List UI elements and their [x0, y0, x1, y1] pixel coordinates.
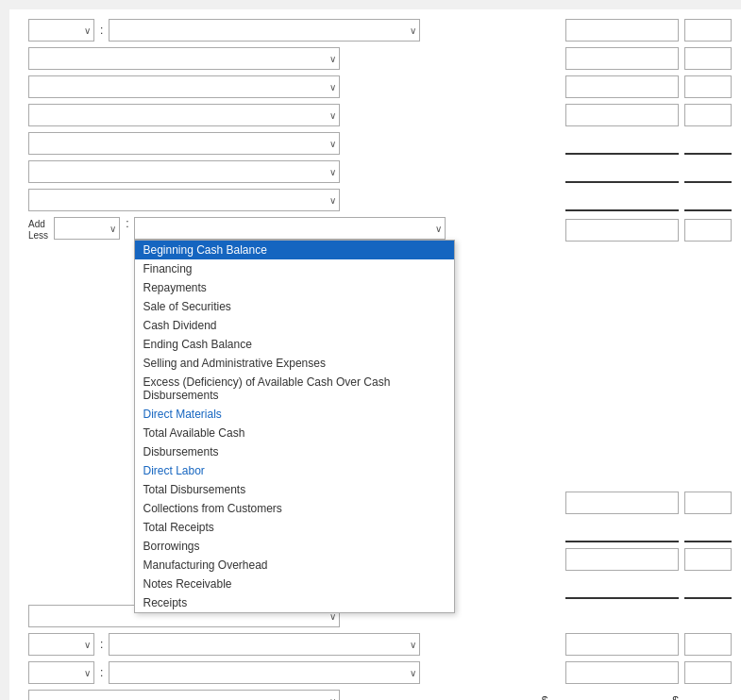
dd-item-disbursements[interactable]: Disbursements	[135, 442, 454, 461]
below-dd-row2-input2[interactable]	[684, 520, 732, 542]
dollar-sign-2: $	[672, 694, 679, 700]
bottom-row2-left-select[interactable]	[28, 633, 94, 656]
below-dd-row2-input1[interactable]	[565, 520, 679, 542]
row2-select[interactable]	[28, 47, 340, 70]
dd-item-excess[interactable]: Excess (Deficiency) of Available Cash Ov…	[135, 373, 454, 405]
row5-input2[interactable]	[684, 132, 732, 155]
row1-right-select[interactable]	[109, 19, 420, 42]
dollar-sign-1: $	[542, 694, 548, 700]
below-dd-row4-input1[interactable]	[565, 576, 679, 599]
dropdown-menu: Beginning Cash Balance Financing Repayme…	[134, 240, 455, 613]
dropdown-left-select[interactable]	[54, 217, 120, 240]
dd-item-total-available[interactable]: Total Available Cash	[135, 424, 454, 442]
dd-item-notes-receivable[interactable]: Notes Receivable	[135, 575, 454, 593]
row7-input1[interactable]	[565, 189, 679, 211]
dd-item-mfg-overhead[interactable]: Manufacturing Overhead	[135, 556, 454, 575]
bottom-row2-input1[interactable]	[565, 633, 679, 656]
row4-input2[interactable]	[684, 104, 732, 126]
dd-item-collections[interactable]: Collections from Customers	[135, 499, 454, 518]
row1-input1[interactable]	[565, 19, 679, 42]
row3-select[interactable]	[28, 75, 340, 98]
less-button[interactable]: Less	[28, 230, 48, 241]
dd-item-direct-labor[interactable]: Direct Labor	[135, 461, 454, 480]
bottom-row3-input2[interactable]	[684, 661, 732, 684]
dropdown-right-select[interactable]	[134, 217, 446, 240]
below-dd-row1-input2[interactable]	[684, 492, 732, 514]
row1-colon: :	[100, 24, 103, 37]
below-dd-row3-input1[interactable]	[565, 548, 679, 571]
dd-item-beginning-cash[interactable]: Beginning Cash Balance	[135, 241, 454, 259]
bottom-row2-right-select[interactable]	[109, 633, 420, 656]
dd-item-total-disbursements[interactable]: Total Disbursements	[135, 480, 454, 499]
bottom-row3-colon: :	[100, 666, 103, 679]
dd-item-total-receipts[interactable]: Total Receipts	[135, 518, 454, 537]
add-button[interactable]: Add	[28, 219, 48, 229]
row5-input1[interactable]	[565, 132, 679, 155]
row3-input2[interactable]	[684, 75, 732, 98]
bottom-row3-right-select[interactable]	[109, 661, 420, 684]
dropdown-colon: :	[126, 217, 128, 230]
row2-input2[interactable]	[684, 47, 732, 70]
row6-input1[interactable]	[565, 160, 679, 183]
bottom-row4-input1[interactable]	[553, 690, 666, 700]
dropdown-row-input2[interactable]	[684, 219, 732, 242]
bottom-row2-input2[interactable]	[684, 633, 732, 656]
below-dd-row3-input2[interactable]	[684, 548, 732, 571]
bottom-row3-input1[interactable]	[565, 661, 679, 684]
row6-select[interactable]	[28, 160, 340, 183]
row2-input1[interactable]	[565, 47, 679, 70]
row3-input1[interactable]	[565, 75, 679, 98]
bottom-row3-left-select[interactable]	[28, 661, 94, 684]
dd-item-sale-of-securities[interactable]: Sale of Securities	[135, 297, 454, 316]
row5-select[interactable]	[28, 132, 340, 155]
bottom-row4-select[interactable]	[28, 690, 340, 700]
below-dd-row4-input2[interactable]	[684, 576, 732, 599]
dd-item-borrowings[interactable]: Borrowings	[135, 537, 454, 556]
dropdown-row-input1[interactable]	[565, 219, 679, 242]
dd-item-direct-materials[interactable]: Direct Materials	[135, 405, 454, 424]
row4-input1[interactable]	[565, 104, 679, 126]
bottom-row2-colon: :	[100, 638, 103, 651]
dd-item-ending-cash[interactable]: Ending Cash Balance	[135, 335, 454, 354]
row1-left-select[interactable]	[28, 19, 94, 42]
bottom-row4-input2[interactable]	[684, 690, 732, 700]
dd-item-financing[interactable]: Financing	[135, 259, 454, 278]
row6-input2[interactable]	[684, 160, 732, 183]
below-dd-row1-input1[interactable]	[565, 492, 679, 514]
dd-item-selling-admin[interactable]: Selling and Administrative Expenses	[135, 354, 454, 373]
row1-input2[interactable]	[684, 19, 732, 42]
row4-select[interactable]	[28, 104, 340, 126]
dd-item-repayments[interactable]: Repayments	[135, 278, 454, 297]
dd-item-receipts[interactable]: Receipts	[135, 593, 454, 612]
dd-item-cash-dividend[interactable]: Cash Dividend	[135, 316, 454, 335]
row7-input2[interactable]	[684, 189, 732, 211]
row7-select[interactable]	[28, 189, 340, 211]
